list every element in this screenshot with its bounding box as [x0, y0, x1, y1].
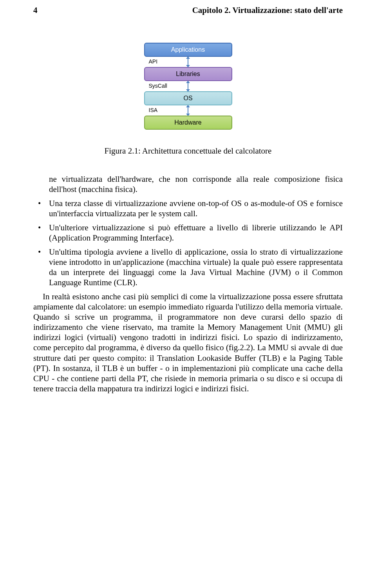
box-libraries: Libraries [144, 67, 232, 81]
connector-isa: ISA [144, 105, 232, 116]
body-text: ne virtualizzata dell'hardware, che non … [33, 174, 343, 394]
figure-stack-diagram: Applications API Libraries SysCall OS IS… [33, 43, 343, 130]
intro-fragment: ne virtualizzata dell'hardware, che non … [49, 174, 343, 194]
figure-caption: Figura 2.1: Architettura concettuale del… [33, 146, 343, 156]
box-os: OS [144, 91, 232, 105]
running-head: 4 Capitolo 2. Virtualizzazione: stato de… [33, 5, 343, 15]
connector-label-api: API [149, 58, 158, 65]
box-applications: Applications [144, 43, 232, 57]
box-hardware: Hardware [144, 116, 232, 130]
connector-label-syscall: SysCall [149, 83, 167, 89]
paragraph: In realtà esistono anche casi più sempli… [33, 291, 343, 393]
connector-label-isa: ISA [149, 107, 158, 113]
connector-syscall: SysCall [144, 81, 232, 91]
connector-api: API [144, 57, 232, 67]
bullet-list: Una terza classe di virtualizzazione avv… [33, 198, 343, 288]
page: 4 Capitolo 2. Virtualizzazione: stato de… [0, 0, 376, 588]
page-number: 4 [33, 5, 38, 15]
bullet-item: Una terza classe di virtualizzazione avv… [44, 198, 343, 219]
bullet-item: Un'ultima tipologia avviene a livello di… [44, 247, 343, 288]
bullet-item: Un'ulteriore virtualizzazione si può eff… [44, 223, 343, 243]
chapter-title: Capitolo 2. Virtualizzazione: stato dell… [192, 5, 343, 15]
